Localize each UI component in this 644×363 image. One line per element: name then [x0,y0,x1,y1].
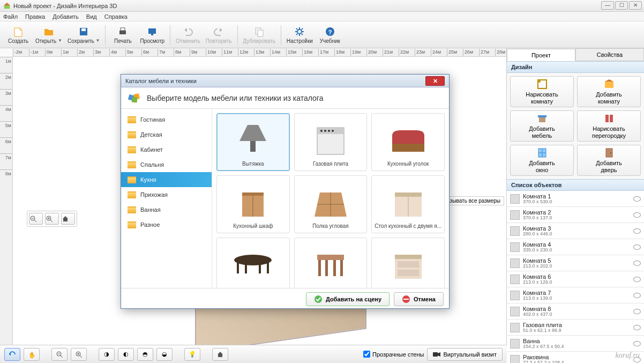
zoom-in-button[interactable] [45,213,59,225]
design-btn-0[interactable]: Нарисоватькомнату [510,76,574,107]
svg-point-56 [324,130,326,132]
minimize-button[interactable]: — [601,1,614,10]
category-item[interactable]: Разное [121,217,212,232]
close-button[interactable]: ✕ [629,1,642,10]
rotate-tool-button[interactable] [4,348,20,361]
furniture-item[interactable]: Полка угловая [294,175,368,233]
furniture-item[interactable] [216,238,290,288]
tab-properties[interactable]: Свойства [575,48,644,61]
transparent-walls-checkbox[interactable]: Прозрачные стены [363,351,424,358]
category-item[interactable]: Детская [121,127,212,142]
svg-rect-70 [237,260,239,273]
toolbar-print[interactable]: Печать [109,23,137,47]
svg-rect-5 [121,28,125,31]
svg-line-16 [34,220,36,222]
furniture-item[interactable]: Газовая плита [294,113,368,171]
design-btn-3[interactable]: Нарисоватьперегородку [577,110,641,142]
furniture-item[interactable] [294,238,368,288]
design-grid: НарисоватькомнатуДобавитькомнатуДобавить… [507,73,644,179]
view-mode-1-button[interactable]: ◑ [99,348,115,361]
design-btn-5[interactable]: Добавитьдверь [577,145,641,176]
menu-1[interactable]: Правка [25,13,45,20]
design-btn-4[interactable]: Добавитьокно [510,145,574,176]
visibility-toggle[interactable] [633,196,641,202]
menu-3[interactable]: Вид [86,13,97,20]
design-btn-2[interactable]: Добавитьмебель [510,110,574,142]
toolbar-redo: Повторить [204,23,234,47]
zoom-in-button-2[interactable] [71,348,87,361]
cancel-button[interactable]: Отмена [394,292,444,306]
view-mode-4-button[interactable]: ◒ [156,348,173,361]
menu-0[interactable]: Файл [3,13,18,20]
category-item[interactable]: Ванная [121,202,212,217]
visibility-toggle[interactable] [633,341,641,346]
furniture-item[interactable]: Кухонный уголок [371,113,445,171]
add-to-scene-button[interactable]: Добавить на сцену [306,292,390,306]
svg-rect-7 [151,34,153,35]
furniture-item[interactable]: Стол кухонный с двумя я... [371,175,445,233]
menu-2[interactable]: Добавить [53,13,79,20]
object-item[interactable]: Комната 4335.0 x 230.0 [507,239,644,255]
svg-rect-3 [81,28,86,31]
tab-project[interactable]: Проект [507,49,575,61]
toolbar-open[interactable]: Открыть ▼ [33,23,64,47]
visibility-toggle[interactable] [633,309,641,314]
toolbar-new[interactable]: Создать [4,23,32,47]
category-item[interactable]: Прихожая [121,187,212,202]
object-item[interactable]: Комната 3280.0 x 446.0 [507,223,644,239]
object-item[interactable]: Комната 6213.0 x 126.0 [507,271,644,287]
furniture-item[interactable]: Кухонный шкаф [216,175,290,233]
pan-tool-button[interactable]: ✋ [24,348,40,361]
visibility-toggle[interactable] [633,212,641,218]
view-mode-3-button[interactable]: ◓ [137,348,153,361]
menu-4[interactable]: Справка [104,13,128,20]
toolbar-settings[interactable]: Настройки [284,23,315,47]
category-list: ГостинаяДетскаяКабинетСпальняКухняПрихож… [121,109,212,288]
visibility-toggle[interactable] [633,293,641,298]
dialog-close-button[interactable]: ✕ [425,76,445,86]
object-item[interactable]: Комната 7213.0 x 139.0 [507,287,644,303]
svg-marker-1 [4,2,10,5]
object-item[interactable]: Комната 2370.0 x 137.0 [507,207,644,223]
svg-rect-11 [258,30,263,36]
visibility-toggle[interactable] [633,261,641,266]
zoom-out-button-2[interactable] [51,348,68,361]
home-view-button[interactable] [61,213,75,225]
visibility-toggle[interactable] [633,277,641,282]
visibility-toggle[interactable] [633,228,641,234]
side-panel: Проект Свойства Дизайн Нарисоватькомнату… [507,48,644,363]
design-btn-1[interactable]: Добавитькомнату [577,76,641,107]
view-mode-2-button[interactable]: ◐ [118,348,134,361]
svg-point-58 [332,130,334,132]
toolbar-save[interactable]: Сохранить ▼ [65,23,102,47]
category-item[interactable]: Гостиная [121,112,212,127]
svg-rect-82 [398,270,419,276]
furniture-item[interactable] [371,238,445,288]
category-item[interactable]: Спальня [121,157,212,172]
object-item[interactable]: Ванна154.2 x 67.5 x 50.4 [507,336,644,352]
svg-marker-51 [239,125,266,141]
toolbar-help[interactable]: ?Учебник [316,23,344,47]
toolbar-preview[interactable]: Просмотр [138,23,167,47]
titlebar: Новый проект - Дизайн Интерьера 3D — ☐ ✕ [0,0,644,12]
category-item[interactable]: Кухня [121,172,212,187]
svg-marker-8 [184,28,187,32]
maximize-button[interactable]: ☐ [615,1,628,10]
folder-icon [128,131,136,138]
visibility-toggle[interactable] [633,245,641,250]
catalog-icon [128,92,143,105]
dialog-titlebar: Каталог мебели и техники ✕ [121,75,449,87]
home-button-2[interactable] [212,348,228,361]
furniture-item[interactable]: Вытяжка [216,113,290,171]
object-item[interactable]: Газовая плита51.0 x 62.1 x 86.9 [507,320,644,336]
visibility-toggle[interactable] [633,325,641,330]
window-title: Новый проект - Дизайн Интерьера 3D [13,3,117,9]
light-button[interactable]: 💡 [184,348,200,361]
svg-rect-6 [148,28,156,34]
virtual-visit-button[interactable]: Виртуальный визит [427,348,503,361]
object-item[interactable]: Комната 8402.0 x 437.0 [507,303,644,320]
object-item[interactable]: Комната 5213.0 x 202.0 [507,255,644,271]
zoom-out-button[interactable] [29,213,43,225]
category-item[interactable]: Кабинет [121,142,212,157]
object-item[interactable]: Комната 1370.0 x 530.0 [507,191,644,207]
